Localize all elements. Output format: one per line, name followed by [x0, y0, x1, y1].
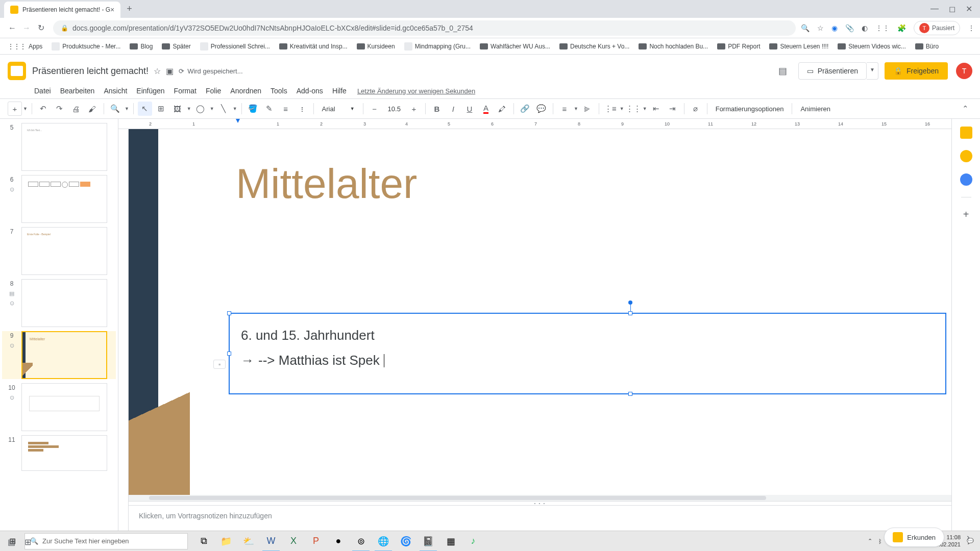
extensions-icon[interactable]: 🧩 [897, 24, 906, 32]
fill-color-button[interactable]: 🪣 [246, 102, 260, 116]
select-tool[interactable]: ↖ [138, 102, 152, 116]
slide-thumb-row[interactable]: 8▤⊙ [2, 279, 116, 327]
slide-thumbnail[interactable] [21, 383, 107, 431]
bookmark-item[interactable]: Kursideen [357, 43, 395, 50]
slide-thumbnail[interactable]: Erste Folie - Beispiel [21, 227, 107, 275]
excel-icon[interactable]: X [283, 531, 304, 552]
calendar-icon[interactable] [960, 127, 972, 139]
browser-tab[interactable]: Präsentieren leicht gemacht! - G × [4, 2, 120, 18]
border-weight-button[interactable]: ≡ [279, 102, 293, 116]
bookmark-item[interactable]: Wahlfächer WU Aus... [480, 43, 550, 50]
menu-bearbeiten[interactable]: Bearbeiten [57, 85, 99, 97]
slide-thumbnail-active[interactable]: Mittelalter [21, 331, 107, 379]
menu-ansicht[interactable]: Ansicht [100, 85, 131, 97]
notes-divider[interactable]: • • • [129, 501, 951, 505]
bookmark-star-icon[interactable]: ☆ [817, 24, 824, 32]
bookmark-item[interactable]: Noch hochladen Bu... [639, 43, 708, 50]
bookmark-item[interactable]: Später [162, 43, 190, 50]
horizontal-ruler[interactable]: 2 1 1 2 3 4 5 6 7 8 9 10 11 12 13 14 15 … [118, 119, 951, 129]
text-content[interactable]: 6. und 15. Jahrhundert → --> Matthias is… [230, 314, 945, 383]
bookmark-item[interactable]: Mindmapping (Gru... [404, 42, 471, 51]
increase-indent-button[interactable]: ⇥ [666, 102, 680, 116]
last-edit-link[interactable]: Letzte Änderung vor wenigen Sekunden [357, 87, 475, 95]
bulleted-list-button[interactable]: ⋮⋮ [626, 102, 641, 116]
minimize-icon[interactable]: — [930, 4, 939, 14]
star-icon[interactable]: ☆ [154, 66, 161, 76]
comment-button[interactable]: 💬 [534, 102, 549, 116]
spotify-icon[interactable]: ♪ [462, 531, 484, 552]
font-size-input[interactable]: 10.5 [384, 103, 405, 115]
edge-icon[interactable]: 🌀 [395, 531, 416, 552]
present-button[interactable]: ▭ Präsentieren [798, 62, 867, 80]
textbox-tool[interactable]: ⊞ [154, 102, 168, 116]
bookmark-item[interactable]: Steuern Videos wic... [838, 43, 906, 50]
slide-thumb-row[interactable]: 9⊙ Mittelalter [2, 331, 116, 379]
forward-button[interactable]: → [19, 23, 34, 33]
extension-icon[interactable]: ◐ [862, 24, 868, 32]
menu-hilfe[interactable]: Hilfe [329, 85, 350, 97]
italic-button[interactable]: I [446, 102, 460, 116]
powerpoint-icon[interactable]: P [305, 531, 327, 552]
extension-icon[interactable]: ◉ [831, 24, 838, 32]
doc-title[interactable]: Präsentieren leicht gemacht! [32, 66, 149, 77]
text-color-button[interactable]: A [479, 102, 493, 116]
border-dash-button[interactable]: ⫶ [295, 102, 309, 116]
menu-folie[interactable]: Folie [202, 85, 225, 97]
resize-handle-ml[interactable] [227, 352, 231, 356]
close-window-icon[interactable]: ✕ [966, 4, 972, 14]
next-slide-button[interactable]: › [967, 532, 970, 543]
app-icon[interactable]: ▦ [440, 531, 461, 552]
image-tool[interactable]: 🖼 [170, 102, 185, 116]
bluetooth-icon[interactable]: ᛒ [878, 538, 882, 544]
grid-view-icon[interactable]: ⊞ [24, 537, 31, 547]
slide-thumbnail[interactable] [21, 279, 107, 327]
new-tab-button[interactable]: + [127, 4, 132, 14]
bold-button[interactable]: B [430, 102, 444, 116]
ruler-indent-marker[interactable] [236, 119, 240, 123]
collapse-toolbar-button[interactable]: ⌃ [958, 102, 972, 116]
highlight-button[interactable]: 🖍 [495, 102, 509, 116]
bookmark-item[interactable]: Büro [915, 43, 939, 50]
present-dropdown[interactable]: ▼ [867, 62, 878, 80]
menu-icon[interactable]: ⋮ [968, 24, 975, 32]
menu-datei[interactable]: Datei [31, 85, 55, 97]
zoom-dropdown[interactable]: ▼ [125, 106, 129, 111]
undo-button[interactable]: ↶ [36, 102, 51, 116]
close-tab-icon[interactable]: × [110, 6, 114, 14]
file-explorer-icon[interactable]: 📁 [215, 531, 237, 552]
tray-chevron-icon[interactable]: ⌃ [868, 538, 872, 544]
keep-icon[interactable] [960, 150, 972, 162]
font-size-increase[interactable]: + [407, 102, 421, 116]
bookmark-item[interactable]: Kreativität und Insp... [279, 43, 348, 50]
slide-thumb-row[interactable]: 6⊙ [2, 175, 116, 223]
slide-canvas[interactable]: Mittelalter ≡ 6. und 15. Jahrhundert → -… [129, 129, 951, 495]
link-button[interactable]: 🔗 [518, 102, 532, 116]
selected-text-box[interactable]: ≡ 6. und 15. Jahrhundert → --> Matthias … [229, 313, 946, 394]
align-button[interactable]: ≡ [557, 102, 572, 116]
move-icon[interactable]: ▣ [166, 66, 174, 76]
vertical-ruler[interactable] [118, 129, 129, 531]
bookmark-item[interactable]: PDF Report [717, 43, 760, 50]
line-spacing-button[interactable]: ⫸ [580, 102, 595, 116]
slides-logo-icon[interactable] [8, 62, 26, 80]
maximize-icon[interactable]: ◻ [949, 4, 955, 14]
horizontal-scrollbar[interactable] [129, 495, 951, 501]
slide-thumb-row[interactable]: 10⊙ [2, 383, 116, 431]
new-slide-button[interactable]: + [8, 102, 22, 116]
url-input[interactable]: 🔒 docs.google.com/presentation/d/1yV372S… [53, 20, 796, 36]
reload-button[interactable]: ↻ [34, 23, 48, 33]
slide-thumbnail[interactable]: Ich bin Text... [21, 123, 107, 171]
windows-search-input[interactable]: 🔍 Zur Suche Text hier eingeben [24, 533, 188, 549]
rotate-handle[interactable] [628, 300, 632, 305]
notepad-icon[interactable]: 📓 [418, 531, 439, 552]
clear-format-button[interactable]: ⌀ [689, 102, 703, 116]
print-button[interactable]: 🖨 [69, 102, 83, 116]
resize-handle-tl[interactable] [227, 311, 231, 315]
slide-thumbnail[interactable] [21, 175, 107, 223]
decrease-indent-button[interactable]: ⇤ [649, 102, 664, 116]
slide-thumb-row[interactable]: 7 Erste Folie - Beispiel [2, 227, 116, 275]
task-view-icon[interactable]: ⧉ [193, 531, 214, 552]
font-select[interactable]: Arial▼ [318, 103, 359, 115]
numbered-list-button[interactable]: ⋮≡ [603, 102, 618, 116]
add-sidebar-button[interactable]: + [963, 209, 969, 220]
